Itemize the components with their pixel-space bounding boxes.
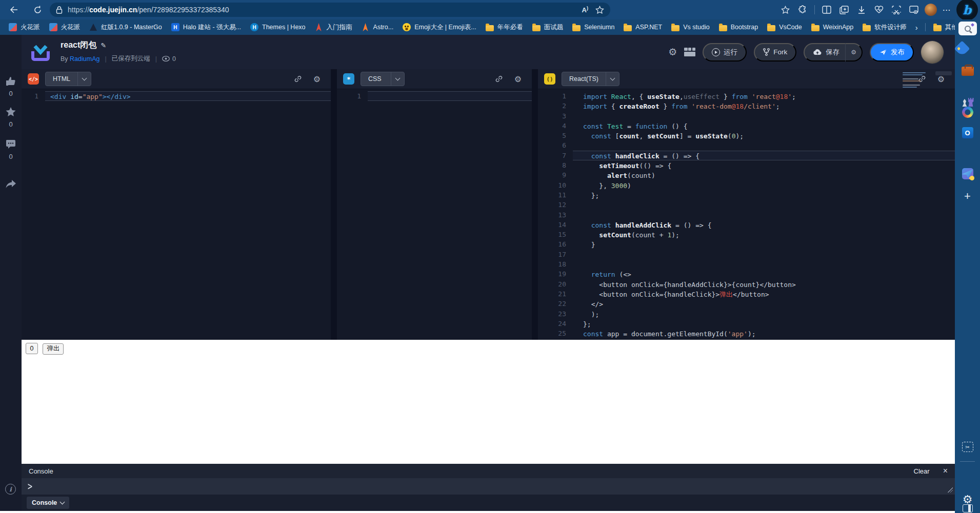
bookmark-item[interactable]: Bootstrap (714, 22, 763, 33)
code-line[interactable]: 4const Test = function () { (538, 121, 955, 131)
info-icon[interactable]: i (5, 484, 16, 495)
author-link[interactable]: RadiumAg (70, 55, 99, 63)
panel-settings-gear-icon[interactable]: ⚙ (937, 74, 945, 84)
link-icon[interactable] (495, 75, 503, 83)
console-input[interactable]: > (22, 478, 955, 495)
back-icon[interactable] (5, 2, 23, 17)
css-language-select[interactable]: CSS (361, 72, 405, 86)
split-screen-icon[interactable] (819, 2, 834, 17)
code-line[interactable]: 13 (538, 210, 955, 220)
juejin-code-logo[interactable] (30, 41, 51, 63)
preview-count-button[interactable]: 0 (26, 343, 38, 354)
bookmark-item[interactable]: Astro... (357, 22, 398, 33)
code-line[interactable]: 1 (337, 91, 532, 101)
code-line[interactable]: 1import React, { useState,useEffect } fr… (538, 91, 955, 101)
code-line[interactable]: 1<div id="app"></div> (22, 91, 331, 101)
games-icon[interactable] (962, 95, 974, 107)
star-button[interactable]: 0 (0, 107, 22, 128)
preview-alert-button[interactable]: 弹出 (43, 343, 64, 355)
code-line[interactable]: 17 (538, 250, 955, 259)
favorites-star-icon[interactable] (777, 2, 793, 17)
react-language-select[interactable]: React(TS) (562, 72, 619, 86)
console-footer-toggle[interactable]: Console (27, 497, 69, 509)
bookmark-item[interactable]: 入门指南 (310, 22, 357, 33)
bookmark-item[interactable]: VsCode (763, 22, 806, 33)
code-line[interactable]: 9 alert(count) (538, 170, 955, 180)
bookmark-item[interactable]: 火花派 (45, 22, 85, 33)
run-button[interactable]: 运行 (703, 43, 747, 61)
bookmark-item[interactable]: 年年必看 (481, 22, 528, 33)
bookmarks-overflow-chevron[interactable]: › (911, 23, 922, 32)
resize-handle[interactable] (948, 487, 953, 493)
bookmark-item[interactable]: 火花派 (4, 22, 45, 33)
toolbox-icon[interactable] (962, 67, 974, 76)
save-button[interactable]: 保存 ⚙ (804, 43, 863, 61)
bookmark-item[interactable]: 软件设计师 (858, 22, 911, 33)
screenshot-icon[interactable] (889, 2, 904, 17)
comment-button[interactable]: 0 (0, 139, 22, 160)
fork-button[interactable]: Fork (754, 43, 796, 61)
collections-icon[interactable] (836, 2, 852, 17)
code-line[interactable]: 7 const handleClick = () => { (538, 151, 955, 160)
code-line[interactable]: 6 (538, 140, 955, 150)
microsoft-loop-icon[interactable] (962, 107, 973, 118)
share-page-icon[interactable] (906, 2, 922, 17)
code-line[interactable]: 14 const handleAddClick = () => { (538, 220, 955, 230)
bookmark-item[interactable]: Emoji大全 | Emoji表... (398, 22, 481, 33)
sidebar-screenshot-icon[interactable]: ✂ (962, 442, 973, 452)
code-line[interactable]: 23 ); (538, 309, 955, 319)
bookmark-item[interactable]: 面试题 (528, 22, 568, 33)
css-code-editor[interactable]: 1 (337, 90, 532, 340)
html-code-editor[interactable]: 1<div id="app"></div> (22, 90, 331, 340)
code-line[interactable]: 25const app = document.getElementById('a… (538, 329, 955, 338)
link-icon[interactable] (294, 75, 302, 83)
react-code-editor[interactable]: 1import React, { useState,useEffect } fr… (538, 90, 955, 340)
console-close-icon[interactable]: × (943, 466, 948, 476)
code-line[interactable]: 11 }; (538, 190, 955, 200)
code-line[interactable]: 12 (538, 200, 955, 210)
code-line[interactable]: 24}; (538, 319, 955, 329)
bookmark-item[interactable]: Seleniumn (568, 22, 619, 33)
code-line[interactable]: 8 setTimeout(() => { (538, 160, 955, 170)
html-language-select[interactable]: HTML (45, 72, 91, 86)
read-aloud-icon[interactable]: A) (582, 6, 588, 14)
publish-button[interactable]: 发布 (870, 43, 914, 61)
scrollbar-thumb[interactable] (935, 71, 952, 75)
like-button[interactable]: 0 (0, 76, 22, 97)
extensions-icon[interactable] (795, 2, 810, 17)
bookmark-item[interactable]: 红版1.0.9 - MasterGo (85, 22, 167, 33)
workspace-settings-gear-icon[interactable]: ⚙ (668, 46, 677, 58)
bookmark-other-favorites[interactable]: 其他收藏夹 (929, 22, 955, 33)
code-line[interactable]: 22 </> (538, 299, 955, 309)
shopping-tag-icon[interactable] (962, 43, 973, 54)
code-line[interactable]: 3 (538, 111, 955, 121)
bookmark-item[interactable]: ASP.NET (619, 22, 667, 33)
code-line[interactable]: 19 return (<> (538, 269, 955, 279)
add-icon[interactable]: + (964, 190, 971, 203)
user-avatar[interactable] (921, 41, 944, 64)
search-icon[interactable] (958, 22, 977, 35)
panel-settings-gear-icon[interactable]: ⚙ (514, 74, 522, 84)
add-favorite-star-icon[interactable] (595, 6, 604, 14)
bookmark-item[interactable]: Vs studio (667, 22, 714, 33)
save-settings-gear-icon[interactable]: ⚙ (845, 43, 862, 61)
refresh-icon[interactable] (29, 2, 46, 17)
panel-settings-gear-icon[interactable]: ⚙ (313, 74, 321, 84)
settings-gear-icon[interactable]: ⚙ (963, 493, 973, 506)
more-dots-icon[interactable]: ⋯ (940, 2, 953, 17)
code-line[interactable]: 15 setCount(count + 1); (538, 230, 955, 239)
code-line[interactable]: 18 (538, 259, 955, 269)
code-line[interactable]: 16 } (538, 239, 955, 249)
layout-grid-icon[interactable] (684, 48, 695, 56)
bookmark-item[interactable]: HHalo 建站 - 强大易... (167, 22, 246, 33)
browser-profile-avatar[interactable] (925, 4, 937, 16)
bookmark-item[interactable]: WeixinApp (807, 22, 858, 33)
share-button[interactable] (0, 179, 22, 189)
download-icon[interactable] (854, 2, 869, 17)
bookmark-item[interactable]: HThemes | Hexo (246, 22, 310, 33)
code-line[interactable]: 5 const [count, setCount] = useState(0); (538, 131, 955, 140)
minimap[interactable] (903, 71, 931, 94)
outlook-icon[interactable]: O (962, 127, 973, 138)
address-bar[interactable]: https://code.juejin.cn/pen/7289822953372… (50, 3, 610, 17)
browser-essentials-icon[interactable] (871, 2, 887, 17)
